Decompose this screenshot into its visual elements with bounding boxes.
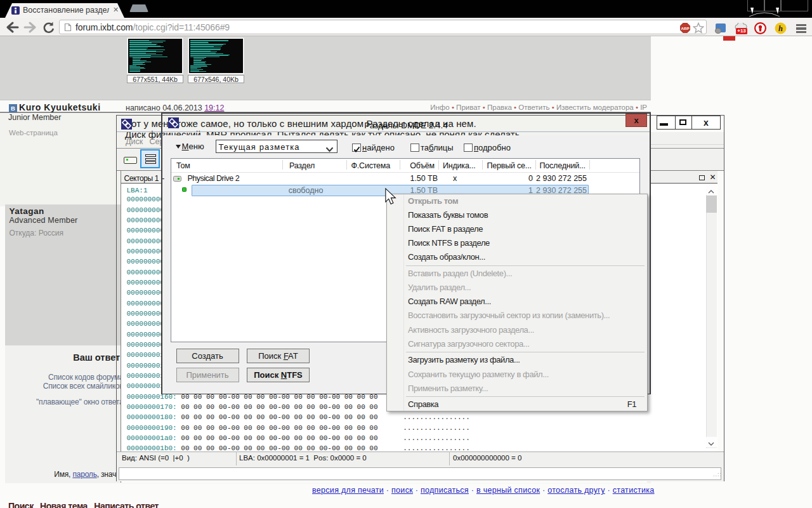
svg-text:h: h (778, 24, 783, 33)
svg-text:ABP: ABP (681, 26, 689, 30)
